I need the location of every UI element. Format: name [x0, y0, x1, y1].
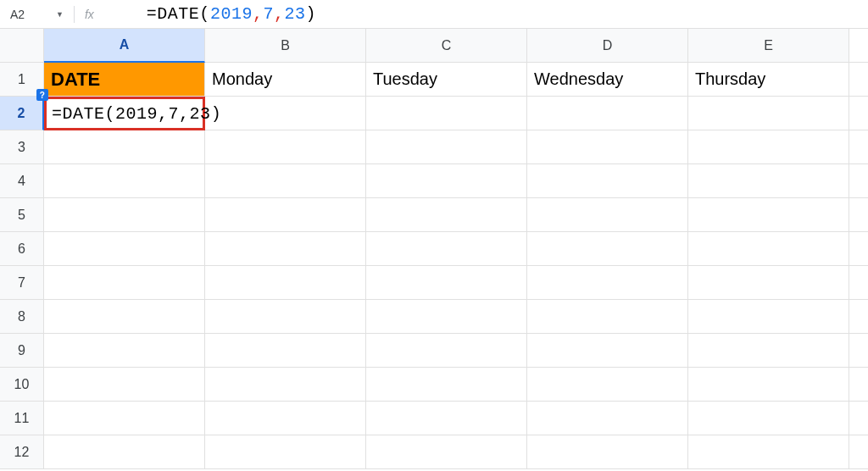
cell-e7[interactable]: [688, 266, 849, 300]
cell-a2-editing[interactable]: ? =DATE(2019,7,23): [44, 97, 205, 130]
cell-a8[interactable]: [44, 300, 205, 334]
cell-c2[interactable]: [366, 97, 527, 130]
cell-b5[interactable]: [205, 198, 366, 232]
cell-a5[interactable]: [44, 198, 205, 232]
cell-b6[interactable]: [205, 232, 366, 266]
col-header-a[interactable]: A: [44, 29, 205, 63]
name-box-dropdown-icon[interactable]: ▼: [56, 10, 64, 19]
cell-b1[interactable]: Monday: [205, 63, 366, 97]
cell-e12[interactable]: [688, 435, 849, 469]
cell-b9[interactable]: [205, 334, 366, 368]
cell-d2[interactable]: [527, 97, 688, 130]
cell-d5[interactable]: [527, 198, 688, 232]
cell-c12[interactable]: [366, 435, 527, 469]
col-header-b[interactable]: B: [205, 29, 366, 63]
cell-c7[interactable]: [366, 266, 527, 300]
cell-c4[interactable]: [366, 164, 527, 198]
cell-d4[interactable]: [527, 164, 688, 198]
cell-c10[interactable]: [366, 368, 527, 402]
extra-col: [849, 334, 868, 368]
row-header-9[interactable]: 9: [0, 334, 44, 368]
cell-b2[interactable]: [205, 97, 366, 130]
cell-c9[interactable]: [366, 334, 527, 368]
cell-d9[interactable]: [527, 334, 688, 368]
extra-col: [849, 29, 868, 63]
row-header-4[interactable]: 4: [0, 164, 44, 198]
cell-a7[interactable]: [44, 266, 205, 300]
cell-c3[interactable]: [366, 130, 527, 164]
cell-e11[interactable]: [688, 402, 849, 435]
cell-e5[interactable]: [688, 198, 849, 232]
extra-col: [849, 300, 868, 334]
extra-col: [849, 198, 868, 232]
cell-e9[interactable]: [688, 334, 849, 368]
row-header-5[interactable]: 5: [0, 198, 44, 232]
row-header-3[interactable]: 3: [0, 130, 44, 164]
cell-a11[interactable]: [44, 402, 205, 435]
cell-a4[interactable]: [44, 164, 205, 198]
cell-d3[interactable]: [527, 130, 688, 164]
formula-eq: =: [147, 4, 158, 24]
extra-col: [849, 435, 868, 469]
cell-e6[interactable]: [688, 232, 849, 266]
formula-arg2: 7: [263, 4, 274, 24]
row-header-12[interactable]: 12: [0, 435, 44, 469]
cell-d8[interactable]: [527, 300, 688, 334]
row-header-7[interactable]: 7: [0, 266, 44, 300]
cell-b4[interactable]: [205, 164, 366, 198]
cell-b12[interactable]: [205, 435, 366, 469]
cell-e10[interactable]: [688, 368, 849, 402]
cell-d7[interactable]: [527, 266, 688, 300]
fx-icon[interactable]: fx: [80, 8, 99, 21]
cell-b8[interactable]: [205, 300, 366, 334]
cell-b3[interactable]: [205, 130, 366, 164]
row-header-11[interactable]: 11: [0, 402, 44, 435]
col-header-c[interactable]: C: [366, 29, 527, 63]
cell-e2[interactable]: [688, 97, 849, 130]
row-header-10[interactable]: 10: [0, 368, 44, 402]
cell-b7[interactable]: [205, 266, 366, 300]
cell-a10[interactable]: [44, 368, 205, 402]
cell-c6[interactable]: [366, 232, 527, 266]
cell-a1[interactable]: DATE: [44, 63, 205, 97]
formula-comma2: ,: [274, 4, 285, 24]
formula-arg1: 2019: [210, 4, 253, 24]
name-box[interactable]: A2: [7, 5, 49, 24]
cell-e8[interactable]: [688, 300, 849, 334]
col-header-e[interactable]: E: [688, 29, 849, 63]
cell-d1[interactable]: Wednesday: [527, 63, 688, 97]
row-header-2[interactable]: 2: [0, 97, 44, 130]
cell-e3[interactable]: [688, 130, 849, 164]
cell-d6[interactable]: [527, 232, 688, 266]
cell-e1[interactable]: Thursday: [688, 63, 849, 97]
extra-col: [849, 402, 868, 435]
edit-arg1: 2019: [115, 104, 158, 124]
divider: [74, 6, 75, 23]
cell-a3[interactable]: [44, 130, 205, 164]
extra-col: [849, 164, 868, 198]
cell-b10[interactable]: [205, 368, 366, 402]
edit-comma1: ,: [158, 104, 169, 124]
cell-c11[interactable]: [366, 402, 527, 435]
cell-c1[interactable]: Tuesday: [366, 63, 527, 97]
col-header-d[interactable]: D: [527, 29, 688, 63]
cell-d10[interactable]: [527, 368, 688, 402]
cell-a12[interactable]: [44, 435, 205, 469]
edit-comma2: ,: [179, 104, 190, 124]
cell-b11[interactable]: [205, 402, 366, 435]
cell-c8[interactable]: [366, 300, 527, 334]
extra-col: [849, 63, 868, 97]
row-header-6[interactable]: 6: [0, 232, 44, 266]
formula-helper-icon[interactable]: ?: [36, 89, 48, 101]
edit-arg3: 23: [190, 104, 211, 124]
edit-func: DATE: [63, 104, 105, 124]
spreadsheet-grid[interactable]: A B C D E 1 DATE Monday Tuesday Wednesda…: [0, 29, 868, 469]
cell-c5[interactable]: [366, 198, 527, 232]
select-all-corner[interactable]: [0, 29, 44, 63]
cell-d11[interactable]: [527, 402, 688, 435]
cell-a9[interactable]: [44, 334, 205, 368]
cell-a6[interactable]: [44, 232, 205, 266]
cell-e4[interactable]: [688, 164, 849, 198]
row-header-8[interactable]: 8: [0, 300, 44, 334]
cell-d12[interactable]: [527, 435, 688, 469]
